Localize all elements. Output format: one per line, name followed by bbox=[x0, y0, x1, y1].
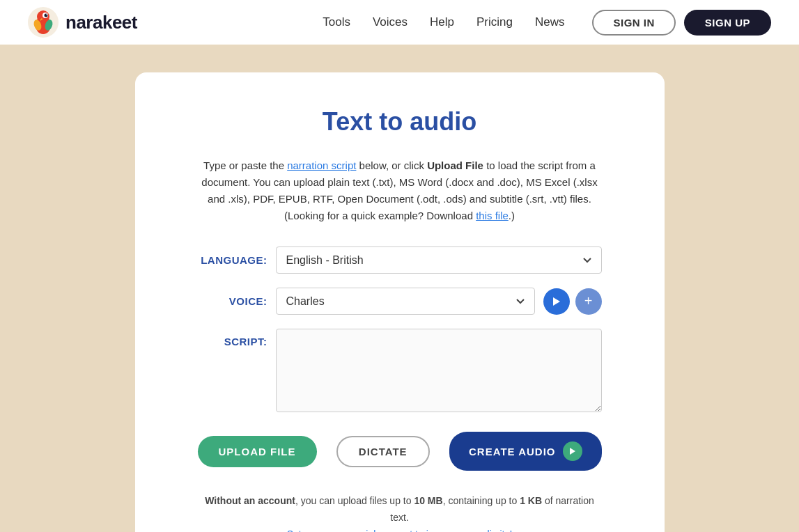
desc-part2: below, or click bbox=[356, 159, 427, 171]
footer-part2: , you can upload files up to bbox=[295, 495, 414, 506]
this-file-link[interactable]: this file bbox=[476, 210, 509, 221]
svg-point-5 bbox=[46, 14, 47, 15]
nav-tools[interactable]: Tools bbox=[323, 15, 350, 29]
actions-row: UPLOAD FILE DICTATE CREATE AUDIO bbox=[198, 432, 602, 471]
footer-10mb: 10 MB bbox=[414, 495, 442, 506]
nav-pricing[interactable]: Pricing bbox=[476, 15, 513, 29]
language-label: LANGUAGE: bbox=[198, 254, 267, 266]
nav-voices[interactable]: Voices bbox=[373, 15, 408, 29]
logo-text: narakeet bbox=[65, 12, 137, 33]
quick-example-end: .) bbox=[509, 210, 515, 221]
create-audio-label: CREATE AUDIO bbox=[469, 446, 556, 457]
dictate-button[interactable]: DICTATE bbox=[336, 436, 430, 467]
voice-row: VOICE: Charles Alice Bob + bbox=[198, 288, 602, 315]
logo-icon bbox=[28, 7, 59, 38]
svg-point-4 bbox=[45, 14, 48, 17]
footer-commercial-link[interactable]: Set up a commercial account to increase … bbox=[287, 529, 513, 532]
voice-select[interactable]: Charles Alice Bob bbox=[276, 288, 535, 315]
voice-label: VOICE: bbox=[198, 295, 267, 307]
plus-icon: + bbox=[584, 293, 593, 309]
desc-part1: Type or paste the bbox=[203, 159, 287, 171]
narration-script-link[interactable]: narration script bbox=[287, 159, 356, 171]
create-audio-play-icon bbox=[569, 447, 576, 455]
upload-file-bold: Upload File bbox=[427, 159, 483, 171]
script-label: SCRIPT: bbox=[198, 329, 267, 347]
nav-help[interactable]: Help bbox=[430, 15, 454, 29]
script-row: SCRIPT: bbox=[198, 329, 602, 412]
footer-part3: , containing up to bbox=[443, 495, 520, 506]
create-audio-play-icon-bg bbox=[563, 441, 582, 461]
quick-example-text: (Looking for a quick example? Download bbox=[284, 210, 476, 221]
language-select[interactable]: English - British English - American Eng… bbox=[276, 247, 602, 274]
nav-news[interactable]: News bbox=[535, 15, 565, 29]
script-textarea[interactable] bbox=[276, 329, 602, 412]
main-card: Text to audio Type or paste the narratio… bbox=[135, 72, 665, 532]
main-nav: Tools Voices Help Pricing News bbox=[323, 15, 564, 29]
play-icon bbox=[552, 297, 561, 306]
voice-play-button[interactable] bbox=[543, 288, 570, 315]
page-title: Text to audio bbox=[198, 107, 602, 136]
footer-without-account: Without an account bbox=[205, 495, 295, 506]
description-text: Type or paste the narration script below… bbox=[198, 157, 602, 224]
create-audio-button[interactable]: CREATE AUDIO bbox=[449, 432, 602, 471]
footer-note: Without an account, you can upload files… bbox=[198, 493, 602, 532]
upload-file-button[interactable]: UPLOAD FILE bbox=[198, 436, 317, 467]
voice-controls: + bbox=[543, 288, 602, 315]
logo-area[interactable]: narakeet bbox=[28, 7, 137, 38]
language-row: LANGUAGE: English - British English - Am… bbox=[198, 247, 602, 274]
voice-add-button[interactable]: + bbox=[575, 288, 602, 315]
signup-button[interactable]: SIGN UP bbox=[684, 10, 771, 36]
footer-1kb: 1 KB bbox=[520, 495, 542, 506]
signin-button[interactable]: SIGN IN bbox=[592, 10, 675, 36]
